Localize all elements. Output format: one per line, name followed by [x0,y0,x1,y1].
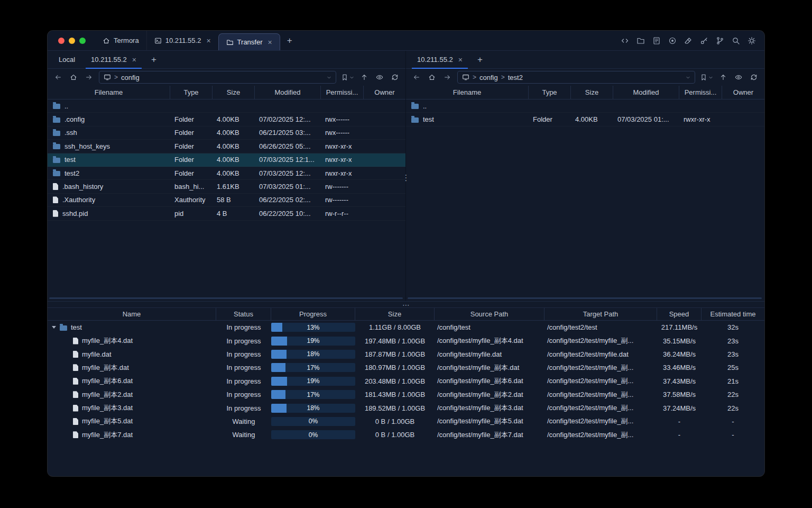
file-row-selected[interactable]: test Folder 4.00KB 07/03/2025 12:1... rw… [48,153,405,167]
transfer-row[interactable]: myfile_副本7.dat Waiting 0% 0 B / 1.00GB /… [48,428,764,441]
record-icon[interactable] [668,37,677,45]
column-header-filename[interactable]: Filename [48,86,170,99]
tab-host-10-211-55-2[interactable]: 10.211.55.2 × [146,31,218,50]
branch-icon[interactable] [716,37,724,45]
horizontal-splitter[interactable]: ⋯ [48,302,764,308]
file-name: .Xauthority [62,196,95,204]
column-header-type[interactable]: Type [170,86,213,99]
folder-icon[interactable] [636,37,645,45]
file-row[interactable]: .. [48,99,405,113]
transfer-row-parent[interactable]: test In progress 13% 1.11GB / 8.00GB /co… [48,321,764,334]
file-row[interactable]: ssh_host_keys Folder 4.00KB 06/26/2025 0… [48,140,405,153]
close-tab-icon[interactable]: × [268,39,272,46]
new-pane-tab-button[interactable]: + [144,51,163,68]
key-icon[interactable] [700,37,708,45]
minimize-window-button[interactable] [69,38,75,44]
column-header-estimated-time[interactable]: Estimated time [702,308,764,320]
column-header-status[interactable]: Status [216,308,271,320]
bookmark-button[interactable] [341,74,354,81]
transfer-panel: Name Status Progress Size Source Path Ta… [48,308,764,476]
column-header-permissions[interactable]: Permissi... [321,86,364,99]
column-header-owner[interactable]: Owner [722,86,764,99]
forward-button[interactable] [442,72,453,83]
left-breadcrumb[interactable]: > config [99,71,336,84]
column-header-filename[interactable]: Filename [406,86,529,99]
column-header-type[interactable]: Type [529,86,571,99]
transfer-row[interactable]: myfile_副本4.dat In progress 19% 197.48MB … [48,334,764,347]
transfer-name: myfile_副本3.dat [82,403,133,413]
transfer-row[interactable]: myfile_副本6.dat In progress 19% 203.48MB … [48,375,764,388]
file-modified: 07/03/2025 01:... [255,183,321,190]
new-tab-button[interactable]: + [280,31,299,50]
file-row[interactable]: test Folder 4.00KB 07/03/2025 01:... rwx… [406,113,764,126]
show-hidden-files-button[interactable] [374,72,385,83]
tab-remote-host[interactable]: 10.211.55.2 × [409,51,470,68]
tab-transfer[interactable]: Transfer × [218,33,280,50]
breadcrumb-dropdown-caret[interactable] [327,75,331,80]
column-header-size[interactable]: Size [571,86,613,99]
transfer-row[interactable]: myfile_副本3.dat In progress 18% 189.52MB … [48,401,764,414]
chevron-down-icon[interactable] [349,75,354,80]
parent-directory-button[interactable] [718,72,728,83]
expand-chevron-icon[interactable] [52,326,56,329]
transfer-row[interactable]: myfile_副本5.dat Waiting 0% 0 B / 1.00GB /… [48,415,764,428]
settings-gear-icon[interactable] [748,37,756,45]
transfer-speed: - [657,431,702,439]
column-header-speed[interactable]: Speed [657,308,702,320]
column-header-name[interactable]: Name [48,308,216,320]
home-button[interactable] [68,72,79,83]
column-header-permissions[interactable]: Permissi... [679,86,722,99]
breadcrumb-segment[interactable]: test2 [508,74,523,81]
back-button[interactable] [53,72,63,83]
search-icon[interactable] [732,37,740,45]
show-hidden-files-button[interactable] [733,72,744,83]
file-row[interactable]: .bash_history bash_hi... 1.61KB 07/03/20… [48,180,405,193]
forward-button[interactable] [84,72,94,83]
breadcrumb-segment[interactable]: config [479,74,498,81]
column-header-size[interactable]: Size [213,86,255,99]
file-row[interactable]: sshd.pid pid 4 B 06/22/2025 10:... rw-r-… [48,207,405,220]
breadcrumb-segment[interactable]: config [121,74,140,81]
column-header-target-path[interactable]: Target Path [545,308,657,320]
close-tab-icon[interactable]: × [458,56,463,64]
tab-local[interactable]: Local [51,51,83,68]
column-header-progress[interactable]: Progress [271,308,355,320]
close-window-button[interactable] [58,38,64,44]
home-button[interactable] [427,72,437,83]
transfer-speed: 35.15MB/s [657,337,702,345]
file-modified: 07/03/2025 12:... [255,169,321,177]
file-row[interactable]: .. [406,99,764,113]
tab-termora[interactable]: Termora [95,31,146,50]
column-header-modified[interactable]: Modified [255,86,321,99]
log-icon[interactable] [652,37,661,45]
file-size: 4.00KB [213,129,255,137]
transfer-row[interactable]: myfile_副本2.dat In progress 17% 181.43MB … [48,388,764,401]
new-pane-tab-button[interactable]: + [470,51,490,68]
refresh-button[interactable] [749,72,759,83]
vertical-splitter-handle[interactable]: ⋮ [402,174,410,182]
right-breadcrumb[interactable]: > config > test2 [457,71,695,84]
refresh-button[interactable] [390,72,400,83]
chevron-down-icon[interactable] [708,75,713,80]
transfer-row[interactable]: myfile_副本.dat In progress 17% 180.97MB /… [48,361,764,374]
column-header-source-path[interactable]: Source Path [435,308,545,320]
parent-directory-button[interactable] [359,72,370,83]
file-row[interactable]: .config Folder 4.00KB 07/02/2025 12:... … [48,113,405,126]
file-row[interactable]: .ssh Folder 4.00KB 06/21/2025 03:... rwx… [48,126,405,140]
bookmark-button[interactable] [700,74,713,81]
close-tab-icon[interactable]: × [206,37,210,44]
eraser-icon[interactable] [684,37,693,45]
column-header-size[interactable]: Size [355,308,435,320]
transfer-row[interactable]: myfile.dat In progress 18% 187.87MB / 1.… [48,348,764,361]
column-header-owner[interactable]: Owner [364,86,405,99]
code-icon[interactable] [621,37,629,45]
file-row[interactable]: test2 Folder 4.00KB 07/03/2025 12:... rw… [48,167,405,180]
tab-remote-host[interactable]: 10.211.55.2 × [83,51,144,68]
close-tab-icon[interactable]: × [132,56,136,64]
back-button[interactable] [411,72,422,83]
column-header-modified[interactable]: Modified [613,86,679,99]
breadcrumb-dropdown-caret[interactable] [686,75,690,80]
file-row[interactable]: .Xauthority Xauthority 58 B 06/22/2025 0… [48,194,405,207]
zoom-window-button[interactable] [79,38,86,44]
computer-icon [104,74,111,81]
